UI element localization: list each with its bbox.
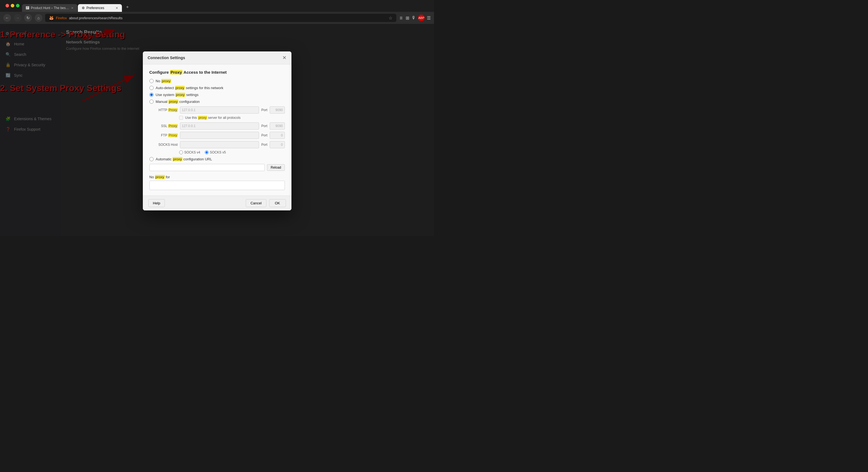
http-proxy-label: HTTP Proxy — [157, 108, 178, 112]
tab-label: Product Hunt – The best new p… — [31, 6, 69, 10]
dialog-close-button[interactable]: ✕ — [282, 55, 286, 60]
auto-proxy-url-row: Reload — [149, 164, 285, 171]
socks-host-row: SOCKS Host Port — [157, 141, 285, 148]
socks-version-row: SOCKS v4 SOCKS v5 — [179, 150, 285, 154]
ssl-port-label: Port — [261, 124, 267, 128]
tab-close-preferences[interactable]: ✕ — [116, 6, 118, 10]
minimize-button[interactable] — [11, 4, 14, 7]
ftp-proxy-row: FTP Proxy Port — [157, 132, 285, 139]
no-proxy-for-label: No proxy for — [149, 175, 285, 179]
socks-port-label: Port — [261, 143, 267, 146]
dialog-body: Configure Proxy Access to the Internet N… — [143, 64, 291, 196]
new-tab-button[interactable]: ＋ — [122, 2, 132, 12]
ftp-proxy-input[interactable] — [180, 132, 259, 139]
collections-icon[interactable]: ⫼ — [399, 15, 403, 20]
address-bar[interactable]: 🦊 Firefox about:preferences#searchResult… — [45, 14, 396, 22]
radio-auto-detect-input[interactable] — [149, 86, 154, 90]
address-text: about:preferences#searchResults — [69, 16, 122, 20]
tab-close-producthunt[interactable]: ✕ — [71, 6, 73, 10]
radio-use-system-input[interactable] — [149, 93, 154, 97]
split-view-icon[interactable]: ⊞ — [406, 15, 409, 21]
no-proxy-section: No proxy for — [149, 175, 285, 190]
ftp-port-input[interactable] — [270, 132, 285, 139]
heading-after: Access to the Internet — [182, 70, 226, 74]
traffic-lights — [2, 2, 23, 10]
ftp-proxy-label: FTP Proxy — [157, 133, 178, 137]
socks-host-label: SOCKS Host — [157, 143, 178, 146]
bookmark-icon[interactable]: ☆ — [389, 15, 393, 21]
radio-auto-detect[interactable]: Auto-detect proxy settings for this netw… — [149, 86, 285, 90]
back-button[interactable]: ← — [3, 14, 11, 22]
tab-gear-icon: ⚙ — [82, 6, 85, 10]
dialog-titlebar: Connection Settings ✕ — [143, 52, 291, 64]
firefox-label: Firefox — [56, 16, 67, 20]
http-proxy-row: HTTP Proxy Port — [157, 106, 285, 113]
dialog-heading: Configure Proxy Access to the Internet — [149, 70, 285, 74]
radio-no-proxy[interactable]: No proxy — [149, 79, 285, 83]
auto-proxy-section: Automatic proxy configuration URL Reload — [149, 157, 285, 171]
socks-v4-label: SOCKS v4 — [184, 150, 200, 154]
tab-label-preferences: Preferences — [86, 6, 104, 10]
menu-icon[interactable]: ☰ — [427, 15, 431, 21]
auto-proxy-url-input[interactable] — [149, 164, 265, 171]
http-port-input[interactable] — [270, 106, 285, 113]
reload-button-proxy[interactable]: Reload — [267, 164, 285, 171]
socks-host-input[interactable] — [180, 141, 259, 148]
radio-manual[interactable]: Manual proxy configuration — [149, 100, 285, 104]
help-button[interactable]: Help — [148, 199, 165, 207]
use-for-all-checkbox[interactable] — [179, 116, 183, 120]
radio-auto-proxy-input[interactable] — [149, 157, 154, 161]
toolbar-right: ⫼ ⊞ 🎙 ABP ☰ — [399, 14, 431, 21]
socks-v5-label: SOCKS v5 — [210, 150, 226, 154]
dialog-footer: Help Cancel OK — [143, 196, 291, 210]
tab-bar: 🅿 Product Hunt – The best new p… ✕ ⚙ Pre… — [0, 0, 434, 12]
tab-preferences[interactable]: ⚙ Preferences ✕ — [78, 4, 122, 12]
footer-right-buttons: Cancel OK — [246, 199, 286, 207]
socks-v4-radio[interactable] — [179, 150, 183, 154]
http-proxy-input[interactable] — [180, 106, 259, 113]
socks-v5-option[interactable]: SOCKS v5 — [205, 150, 226, 154]
close-button[interactable] — [5, 4, 9, 7]
connection-settings-dialog: Connection Settings ✕ Configure Proxy Ac… — [143, 52, 291, 210]
proxy-fields: HTTP Proxy Port Use this proxy server fo… — [157, 106, 285, 154]
ssl-proxy-input[interactable] — [180, 123, 259, 130]
radio-manual-input[interactable] — [149, 100, 154, 104]
radio-use-system[interactable]: Use system proxy settings — [149, 93, 285, 97]
radio-no-proxy-input[interactable] — [149, 79, 154, 83]
maximize-button[interactable] — [16, 4, 20, 7]
mic-icon[interactable]: 🎙 — [411, 15, 416, 20]
use-for-all-row: Use this proxy server for all protocols — [157, 116, 285, 120]
browser-window: 🅿 Product Hunt – The best new p… ✕ ⚙ Pre… — [0, 0, 434, 236]
dialog-overlay: Connection Settings ✕ Configure Proxy Ac… — [0, 24, 434, 236]
cancel-button[interactable]: Cancel — [246, 199, 266, 207]
heading-highlight: Proxy — [170, 70, 183, 74]
heading-before: Configure — [149, 70, 170, 74]
ssl-proxy-row: SSL Proxy Port — [157, 123, 285, 130]
dialog-title: Connection Settings — [148, 56, 185, 60]
reload-button[interactable]: ↻ — [24, 14, 32, 22]
ftp-port-label: Port — [261, 133, 267, 137]
socks-port-input[interactable] — [270, 141, 285, 148]
address-bar-row: ← → ↻ ⌂ 🦊 Firefox about:preferences#sear… — [0, 12, 434, 24]
forward-button[interactable]: → — [14, 14, 22, 22]
adblock-icon[interactable]: ABP — [418, 14, 425, 21]
ssl-port-input[interactable] — [270, 123, 285, 130]
browser-content: ⚙ General 🏠 Home 🔍 Search 🔒 Privacy & Se… — [0, 24, 434, 236]
tab-favicon: 🅿 — [26, 6, 29, 10]
ssl-proxy-label: SSL Proxy — [157, 124, 178, 128]
radio-auto-proxy[interactable]: Automatic proxy configuration URL — [149, 157, 285, 161]
firefox-icon: 🦊 — [49, 16, 54, 20]
http-port-label: Port — [261, 108, 267, 112]
use-for-all-label: Use this proxy server for all protocols — [185, 116, 241, 120]
ok-button[interactable]: OK — [269, 199, 286, 207]
socks-v5-radio[interactable] — [205, 150, 209, 154]
no-proxy-for-input[interactable] — [149, 181, 285, 190]
home-button[interactable]: ⌂ — [35, 14, 42, 22]
tab-producthunt[interactable]: 🅿 Product Hunt – The best new p… ✕ — [22, 4, 78, 12]
socks-v4-option[interactable]: SOCKS v4 — [179, 150, 200, 154]
